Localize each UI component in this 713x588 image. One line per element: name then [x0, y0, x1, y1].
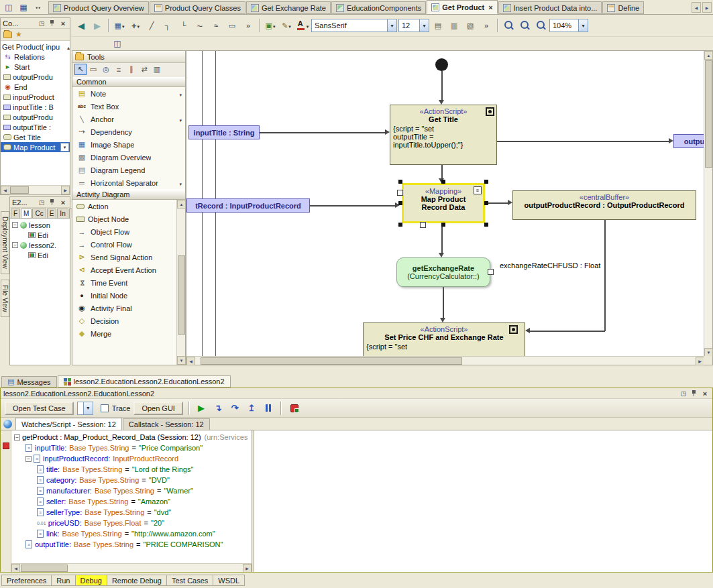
doc-tab-get-product[interactable]: Get Product× — [427, 0, 497, 14]
input-pin-handle[interactable] — [397, 190, 403, 196]
doc-tab-get-exchange-rate[interactable]: Get Exchange Rate — [246, 1, 331, 14]
containment-item-end[interactable]: End — [1, 82, 70, 92]
hierarchy-icon[interactable] — [112, 18, 127, 33]
canvas-horizontal-scrollbar[interactable] — [186, 356, 704, 365]
watch-row-outputtitle[interactable]: outputTitle:Base Types.String="PRICE COM… — [11, 539, 252, 550]
containment-item-inputtitle-b[interactable]: inputTitle : B — [1, 102, 70, 112]
palette-item-accept-event-action[interactable]: Accept Event Action — [72, 263, 185, 276]
container-tool-icon[interactable] — [225, 18, 239, 33]
status-tab-wsdl[interactable]: WSDL — [213, 575, 245, 586]
palette-item-horizontal-separator[interactable]: Horizontal Separator — [72, 176, 185, 189]
tab-file-view[interactable]: File View — [1, 280, 9, 317]
watch-row-priceusd[interactable]: priceUSD:Base Types.Float="20" — [11, 518, 252, 528]
edge-gettitle-to-mapping[interactable] — [441, 165, 443, 180]
edge-initial-to-gettitle[interactable] — [441, 71, 443, 101]
palette-section-common[interactable]: Common — [72, 76, 185, 87]
containment-item-relations[interactable]: Relations — [1, 52, 70, 62]
palette-item-control-flow[interactable]: Control Flow — [72, 238, 185, 251]
scroll-left-icon[interactable] — [1, 186, 9, 194]
float-panel-icon[interactable] — [37, 198, 46, 207]
browser-tree-item[interactable]: lesson2. — [10, 240, 70, 250]
selection-handle[interactable] — [484, 180, 488, 184]
exchange-rate-node[interactable]: getExchangeRate (CurrencyCalculator::) — [396, 257, 490, 287]
edge-inputrecord-to-mapping[interactable] — [310, 205, 396, 207]
corner2-tool-icon[interactable] — [176, 18, 191, 33]
containment-item-outputprodu[interactable]: outputProdu — [1, 112, 70, 122]
chevron-icon[interactable] — [479, 18, 494, 33]
scroll-thumb[interactable] — [21, 565, 68, 572]
open-folder-icon[interactable] — [3, 32, 12, 38]
initial-node[interactable] — [435, 58, 448, 71]
collapse-arrow-icon[interactable] — [67, 43, 70, 51]
palette-item-object-node[interactable]: Object Node — [72, 213, 185, 225]
corner-tool-icon[interactable] — [160, 18, 175, 33]
dropdown-arrow-icon[interactable] — [60, 143, 69, 152]
selection-handle[interactable] — [484, 201, 488, 205]
tree-expander[interactable] — [12, 242, 18, 248]
tree-expander[interactable] — [12, 222, 18, 228]
palette-item-time-event[interactable]: Time Event — [72, 276, 185, 289]
containment-item-outputtitle[interactable]: outputTitle : — [1, 122, 70, 132]
edge-gettitle-to-outputpin[interactable] — [497, 141, 669, 142]
watch-row-sellertype[interactable]: sellerType:Base Types.String="dvd" — [11, 507, 252, 518]
status-tab-remote-debug[interactable]: Remote Debug — [107, 575, 167, 586]
containment-hscrollbar[interactable] — [1, 185, 70, 194]
back-icon[interactable] — [74, 18, 89, 33]
table-icon[interactable] — [16, 1, 31, 13]
pin-panel-icon[interactable] — [690, 389, 699, 398]
edge-inputtitle-to-gettitle[interactable] — [260, 132, 386, 133]
browser-tab-in[interactable]: In — [57, 209, 68, 218]
palette-item-initial-node[interactable]: Initial Node — [72, 289, 185, 302]
zoom-out-icon[interactable] — [517, 18, 532, 33]
close-panel-icon[interactable] — [58, 19, 68, 27]
breakpoint-icon[interactable] — [3, 443, 9, 449]
combo-font-size-value[interactable]: 12 — [398, 19, 429, 32]
browser-tab-f[interactable]: F — [11, 209, 20, 218]
scroll-thumb[interactable] — [705, 60, 712, 168]
browser-tree-item[interactable]: Edi — [10, 230, 70, 240]
tab-close-icon[interactable]: × — [488, 3, 492, 11]
watch-row-inputproductrecord[interactable]: inputProductRecord:InputProductRecord — [11, 453, 252, 464]
output-pin-handle[interactable] — [420, 222, 426, 228]
palette-item-decision[interactable]: Decision — [72, 314, 185, 327]
test-case-dropdown[interactable] — [77, 402, 93, 415]
tree-expander[interactable] — [14, 434, 20, 440]
scroll-thumb[interactable] — [178, 255, 185, 335]
containment-root-item[interactable]: Get Product( inpu — [1, 42, 70, 52]
combo-font-family-value[interactable]: SansSerif — [311, 19, 397, 32]
palette-item-image-shape[interactable]: Image Shape — [72, 138, 185, 151]
close-panel-icon[interactable] — [58, 198, 68, 207]
line-tool-icon[interactable] — [144, 18, 159, 33]
step-over-icon[interactable] — [228, 402, 241, 415]
watch-row-inputtitle[interactable]: inputTitle:Base Types.String="Price Comp… — [11, 443, 252, 453]
tab-deployment-view[interactable]: Deployment View — [1, 211, 9, 274]
output-pin-partial[interactable]: outpu — [673, 134, 704, 148]
pin-panel-icon[interactable] — [48, 19, 57, 27]
status-tab-test-cases[interactable]: Test Cases — [166, 575, 213, 586]
float-panel-icon[interactable] — [679, 389, 688, 398]
doc-tab-educationcomponents[interactable]: EducationComponents — [331, 1, 426, 14]
zoom-tool-icon[interactable] — [100, 64, 112, 75]
doc-tab-product-query-overview[interactable]: Product Query Overview — [48, 1, 149, 14]
selection-handle[interactable] — [398, 180, 402, 184]
pointer-tool-icon[interactable] — [74, 64, 87, 75]
watch-row-title[interactable]: title:Base Types.String="Lord of the Rin… — [11, 464, 252, 475]
action-node-get-title[interactable]: «ActionScript» Get Title {script = "set … — [390, 105, 497, 165]
align-tool-icon[interactable] — [113, 64, 125, 75]
palette-item-anchor[interactable]: Anchor — [72, 113, 185, 125]
diagram-draw-area[interactable]: «ActionScript» Get Title {script = "set … — [186, 51, 704, 357]
watch-hscrollbar[interactable] — [11, 563, 252, 572]
add-shape-icon[interactable] — [128, 18, 143, 33]
selection-handle[interactable] — [441, 180, 445, 184]
edge-exchange-to-setprice[interactable] — [443, 287, 444, 318]
doc-tab-product-query-classes[interactable]: Product Query Classes — [150, 1, 245, 14]
browser-tab-m[interactable]: M — [21, 209, 32, 218]
pencil-icon[interactable] — [279, 18, 294, 33]
browser-tree-item[interactable]: lesson — [10, 220, 70, 230]
tab-scroll-left-icon[interactable] — [692, 2, 701, 13]
stop-session-icon[interactable] — [290, 404, 298, 412]
run-icon[interactable] — [195, 402, 208, 415]
scroll-up-icon[interactable] — [704, 51, 713, 60]
chevron-icon[interactable] — [241, 18, 256, 33]
dropdown-arrow-icon[interactable] — [578, 19, 588, 32]
